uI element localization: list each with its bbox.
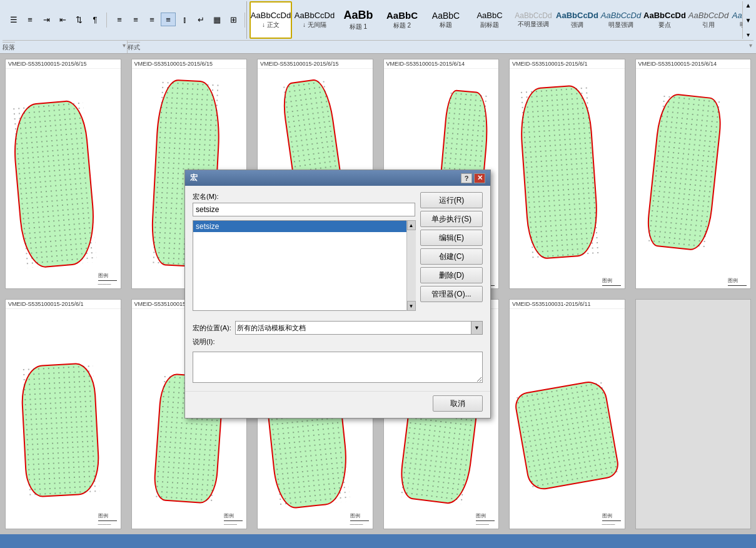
style-biaoti1[interactable]: AaBb 标题 1 [337, 1, 380, 39]
dialog-footer: 宏的位置(A): 所有的活动模板和文档 ▼ 说明(I): [185, 317, 490, 391]
macro-list-item-setsize[interactable]: setsize [193, 221, 415, 232]
style-zhengwen[interactable]: AaBbCcDd ↓ 正文 [249, 1, 292, 39]
style-wujiange-preview: AaBbCcDd [295, 11, 335, 21]
style-zhengwen-preview: AaBbCcDd [251, 11, 291, 21]
style-yaodian-preview: AaBbCcDd [643, 11, 686, 21]
location-row: 宏的位置(A): 所有的活动模板和文档 ▼ [193, 321, 483, 335]
dialog-body: 宏名(M): setsize ▲ ▼ [185, 186, 490, 317]
macro-list-scrollbar: ▲ ▼ [406, 220, 415, 311]
document-area: VMEID-S535100015-2015/6/15 图例 ——— VMEID-… [0, 54, 756, 534]
scrollbar-track [407, 230, 416, 301]
location-select-arrow[interactable]: ▼ [471, 321, 483, 335]
edit-button[interactable]: 编辑(E) [420, 230, 483, 246]
styles-section-label: 样式 [128, 42, 140, 52]
style-mingyinyong-preview: AaBbCcDd [732, 11, 742, 21]
style-biaoti1-preview: AaBb [343, 9, 373, 23]
ribbon: ☰ ≡ ⇥ ⇤ ⇅ ¶ ≡ ≡ ≡ ≡ ⫿ ↵ ▦ ⊞ [0, 0, 756, 54]
style-wujiange[interactable]: AaBbCcDd ↓ 无间隔 [293, 1, 336, 39]
scrollbar-up-btn[interactable]: ▲ [407, 220, 416, 230]
styles-scroll-up[interactable]: ▲ [743, 2, 753, 9]
cancel-button[interactable]: 取消 [433, 395, 483, 412]
style-buming1-label: 不明显强调 [518, 20, 549, 29]
paragraph-section: ☰ ≡ ⇥ ⇤ ⇅ ¶ [3, 13, 107, 28]
align-center-icon[interactable]: ≡ [128, 13, 143, 26]
style-fubiaoti-preview: AaBbC [476, 11, 502, 21]
styles-expand[interactable]: ▾ [743, 31, 753, 38]
align-section: ≡ ≡ ≡ ≡ ⫿ ↵ ▦ ⊞ [108, 13, 245, 28]
dialog-action-buttons: 运行(R) 单步执行(S) 编辑(E) 创建(C) 删除(D) 管理器(O)..… [420, 192, 483, 311]
style-biaoti2[interactable]: AaBbC 标题 2 [381, 1, 423, 39]
bottom-bar [0, 534, 756, 548]
align-left-icon[interactable]: ≡ [112, 13, 127, 26]
columns-icon[interactable]: ⫿ [177, 13, 192, 26]
style-yinyong[interactable]: AaBbCcDd 引用 [687, 1, 730, 39]
list-bullet-icon[interactable]: ☰ [6, 13, 21, 26]
step-button[interactable]: 单步执行(S) [420, 211, 483, 227]
location-select-wrapper: 所有的活动模板和文档 ▼ [235, 321, 483, 335]
style-qiangdiao-preview: AaBbCcDd [556, 11, 598, 21]
pilcrow-icon[interactable]: ¶ [88, 13, 103, 26]
dialog-title: 宏 [190, 173, 198, 183]
style-mingxian-preview: AaBbCcDd [601, 11, 641, 21]
outdent-icon[interactable]: ⇤ [55, 13, 70, 26]
manager-button[interactable]: 管理器(O)... [420, 286, 483, 302]
list-number-icon[interactable]: ≡ [23, 13, 38, 26]
border-icon[interactable]: ⊞ [226, 13, 241, 26]
style-qiangdiao[interactable]: AaBbCcDd 强调 [556, 1, 598, 39]
dialog-close-button[interactable]: ✕ [474, 173, 485, 183]
style-wujiange-label: ↓ 无间隔 [303, 21, 326, 29]
styles-scroll-down[interactable]: ▼ [743, 17, 753, 24]
style-yinyong-preview: AaBbCcDd [688, 11, 728, 21]
macro-name-field-row: 宏名(M): [193, 192, 415, 216]
macro-list[interactable]: setsize [193, 220, 415, 311]
ribbon-section-labels: 段落 ▾ 样式 ▾ [3, 40, 753, 53]
shading-icon[interactable]: ▦ [209, 13, 224, 26]
align-right-icon[interactable]: ≡ [144, 13, 159, 26]
style-biaoti[interactable]: AaBbC 标题 [425, 1, 467, 39]
delete-button[interactable]: 删除(D) [420, 267, 483, 283]
description-textarea[interactable] [193, 352, 483, 383]
macro-name-label: 宏名(M): [193, 192, 415, 201]
style-zhengwen-label: ↓ 正文 [262, 21, 280, 29]
description-area [193, 352, 483, 385]
style-qiangdiao-label: 强调 [571, 21, 583, 29]
style-buming1[interactable]: AaBbCcDd 不明显强调 [512, 1, 555, 39]
description-label: 说明(I): [193, 337, 214, 347]
style-yaodian[interactable]: AaBbCcDd 要点 [643, 1, 686, 39]
dialog-overlay: 宏 ? ✕ 宏名(M): setsize [0, 54, 756, 534]
style-biaoti1-label: 标题 1 [350, 23, 367, 31]
macro-list-container: setsize ▲ ▼ [193, 220, 415, 311]
description-label-row: 说明(I): [193, 337, 483, 347]
dialog-titlebar: 宏 ? ✕ [185, 170, 490, 186]
macro-name-input[interactable] [193, 203, 415, 216]
style-mingxian-label: 明显强调 [608, 21, 633, 29]
style-yaodian-label: 要点 [658, 21, 671, 29]
styles-gallery: AaBbCcDd ↓ 正文 AaBbCcDd ↓ 无间隔 AaBb 标题 1 A… [249, 1, 742, 39]
indent-icon[interactable]: ⇥ [39, 13, 54, 26]
dialog-help-button[interactable]: ? [461, 173, 472, 183]
location-select-display[interactable]: 所有的活动模板和文档 [235, 321, 471, 335]
style-fubiaoti-label: 副标题 [480, 21, 499, 29]
sort-icon[interactable]: ⇅ [71, 13, 86, 26]
style-mingyinyong[interactable]: AaBbCcDd 明显引用 [731, 1, 742, 39]
create-button[interactable]: 创建(C) [420, 248, 483, 265]
paragraph-section-label: 段落 [3, 42, 15, 52]
dialog-titlebar-buttons: ? ✕ [461, 173, 485, 183]
style-yinyong-label: 引用 [702, 21, 715, 29]
style-biaoti-label: 标题 [440, 21, 452, 29]
dialog-left-panel: 宏名(M): setsize ▲ ▼ [193, 192, 415, 311]
run-button[interactable]: 运行(R) [420, 192, 483, 208]
style-buming1-preview: AaBbCcDd [515, 11, 552, 20]
location-label: 宏的位置(A): [193, 323, 231, 333]
style-biaoti2-preview: AaBbC [386, 10, 418, 21]
style-mingxian[interactable]: AaBbCcDd 明显强调 [600, 1, 642, 39]
style-biaoti-preview: AaBbC [432, 11, 460, 21]
style-biaoti2-label: 标题 2 [393, 21, 411, 30]
macro-dialog: 宏 ? ✕ 宏名(M): setsize [184, 170, 491, 419]
indent2-icon[interactable]: ↵ [193, 13, 208, 26]
style-fubiaoti[interactable]: AaBbC 副标题 [468, 1, 511, 39]
dialog-cancel-row: 取消 [185, 391, 490, 418]
align-justify-icon[interactable]: ≡ [161, 13, 176, 26]
scrollbar-down-btn[interactable]: ▼ [407, 301, 416, 311]
